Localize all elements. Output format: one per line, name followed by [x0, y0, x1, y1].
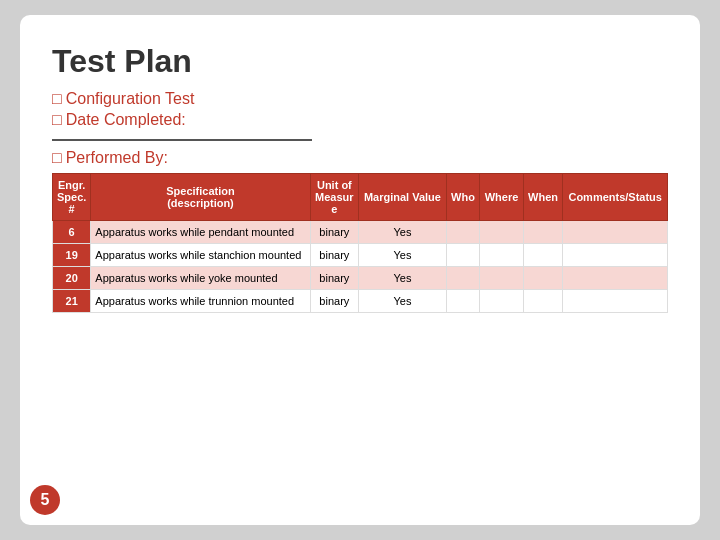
test-plan-table: Engr.Spec.# Specification(description) U… [52, 173, 668, 313]
row-unit: binary [310, 290, 358, 313]
bullet-performed: □Performed By: [52, 149, 668, 167]
row-unit: binary [310, 267, 358, 290]
row-comments [563, 290, 668, 313]
row-num: 21 [53, 290, 91, 313]
row-when [523, 244, 563, 267]
table-row: 6Apparatus works while pendant mountedbi… [53, 221, 668, 244]
table-row: 19Apparatus works while stanchion mounte… [53, 244, 668, 267]
row-who [446, 290, 479, 313]
divider [52, 139, 312, 141]
corner-badge: 5 [30, 485, 60, 515]
col-header-spec: Specification(description) [91, 174, 310, 221]
table-wrapper: Engr.Spec.# Specification(description) U… [52, 173, 668, 313]
row-when [523, 290, 563, 313]
square-icon-3: □ [52, 149, 62, 166]
row-when [523, 267, 563, 290]
col-header-where: Where [480, 174, 523, 221]
row-marginal: Yes [359, 221, 447, 244]
row-comments [563, 267, 668, 290]
row-spec: Apparatus works while stanchion mounted [91, 244, 310, 267]
row-num: 6 [53, 221, 91, 244]
row-where [480, 221, 523, 244]
col-header-who: Who [446, 174, 479, 221]
row-spec: Apparatus works while pendant mounted [91, 221, 310, 244]
row-where [480, 290, 523, 313]
row-who [446, 221, 479, 244]
bullet-date: □Date Completed: [52, 111, 668, 129]
col-header-unit: Unit ofMeasure [310, 174, 358, 221]
col-header-marginal: Marginal Value [359, 174, 447, 221]
row-unit: binary [310, 221, 358, 244]
slide: Test Plan □Configuration Test □Date Comp… [20, 15, 700, 525]
row-spec: Apparatus works while yoke mounted [91, 267, 310, 290]
row-unit: binary [310, 244, 358, 267]
row-spec: Apparatus works while trunnion mounted [91, 290, 310, 313]
row-comments [563, 221, 668, 244]
row-where [480, 244, 523, 267]
row-where [480, 267, 523, 290]
row-num: 20 [53, 267, 91, 290]
bullet-configuration: □Configuration Test [52, 90, 668, 108]
row-num: 19 [53, 244, 91, 267]
row-marginal: Yes [359, 290, 447, 313]
square-icon: □ [52, 90, 62, 107]
table-row: 20Apparatus works while yoke mountedbina… [53, 267, 668, 290]
row-comments [563, 244, 668, 267]
table-row: 21Apparatus works while trunnion mounted… [53, 290, 668, 313]
page-title: Test Plan [52, 43, 668, 80]
row-who [446, 267, 479, 290]
row-when [523, 221, 563, 244]
col-header-when: When [523, 174, 563, 221]
row-marginal: Yes [359, 244, 447, 267]
col-header-engr: Engr.Spec.# [53, 174, 91, 221]
row-marginal: Yes [359, 267, 447, 290]
col-header-comments: Comments/Status [563, 174, 668, 221]
row-who [446, 244, 479, 267]
square-icon-2: □ [52, 111, 62, 128]
